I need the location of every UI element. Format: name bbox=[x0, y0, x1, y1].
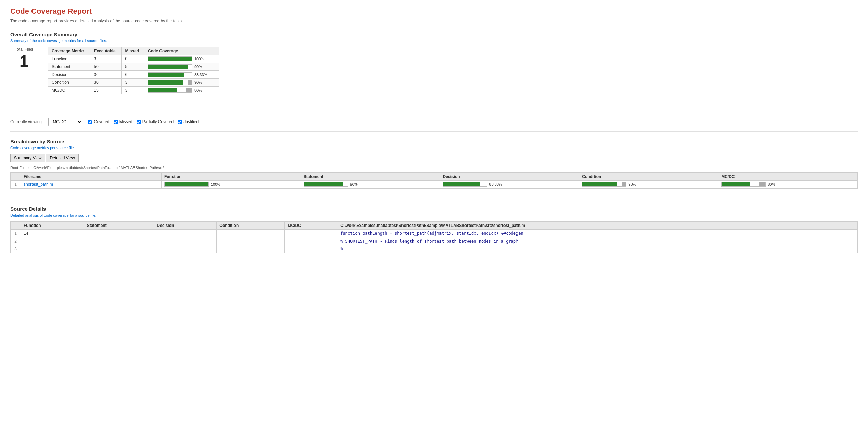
table-row: Condition 30 3 90% bbox=[48, 79, 219, 87]
table-row: MC/DC 15 3 80% bbox=[48, 87, 219, 94]
filter-row: Currently viewing: MC/DC Function Statem… bbox=[10, 112, 858, 132]
col-header-coverage: Code Coverage bbox=[144, 47, 219, 55]
source-code-cell: function pathLength = shortest_path(adjM… bbox=[337, 230, 858, 237]
executable-cell: 50 bbox=[90, 63, 122, 71]
table-row: Decision 36 6 83.33% bbox=[48, 71, 219, 79]
files-col-filename: Filename bbox=[21, 173, 162, 181]
missed-cell: 0 bbox=[122, 55, 144, 63]
total-files-label: Total Files bbox=[10, 47, 38, 52]
filter-label: Currently viewing: bbox=[10, 119, 43, 124]
divider-1 bbox=[10, 105, 858, 105]
covered-checkbox-label[interactable]: Covered bbox=[88, 119, 109, 124]
source-details-section: Source Details Detailed analysis of code… bbox=[10, 206, 858, 253]
source-row-num: 2 bbox=[11, 237, 21, 245]
missed-label: Missed bbox=[119, 119, 132, 124]
files-col-decision: Decision bbox=[440, 173, 579, 181]
source-statement-cell bbox=[84, 237, 154, 245]
source-col-condition: Condition bbox=[217, 222, 285, 230]
source-condition-cell bbox=[217, 237, 285, 245]
source-function-cell bbox=[21, 245, 84, 253]
overall-section-subtitle: Summary of the code coverage metrics for… bbox=[10, 39, 858, 43]
executable-cell: 30 bbox=[90, 79, 122, 87]
metric-cell: Condition bbox=[48, 79, 90, 87]
source-condition-cell bbox=[217, 230, 285, 237]
partially-covered-checkbox-label[interactable]: Partially Covered bbox=[137, 119, 174, 124]
viewing-dropdown[interactable]: MC/DC Function Statement Decision Condit… bbox=[48, 118, 82, 126]
missed-cell: 6 bbox=[122, 71, 144, 79]
source-code-cell: % SHORTEST_PATH - Finds length of shorte… bbox=[337, 237, 858, 245]
mcdc-cell: 80% bbox=[718, 181, 858, 189]
justified-checkbox-label[interactable]: Justified bbox=[178, 119, 199, 124]
table-row: Statement 50 5 90% bbox=[48, 63, 219, 71]
source-code-cell: % bbox=[337, 245, 858, 253]
total-files-box: Total Files 1 bbox=[10, 47, 38, 69]
overall-section-title: Overall Coverage Summary bbox=[10, 31, 858, 37]
files-col-function: Function bbox=[161, 173, 301, 181]
source-col-decision: Decision bbox=[154, 222, 217, 230]
detailed-view-button[interactable]: Detailed View bbox=[46, 154, 78, 162]
source-details-subtitle: Detailed analysis of code coverage for a… bbox=[10, 213, 858, 217]
covered-label: Covered bbox=[94, 119, 109, 124]
source-col-num bbox=[11, 222, 21, 230]
breakdown-section: Breakdown by Source Code coverage metric… bbox=[10, 139, 858, 189]
divider-2 bbox=[10, 199, 858, 199]
source-function-cell bbox=[21, 237, 84, 245]
source-col-filepath: C:\work\Examples\matlabtest\ShortestPath… bbox=[337, 222, 858, 230]
source-details-title: Source Details bbox=[10, 206, 858, 212]
summary-view-button[interactable]: Summary View bbox=[10, 154, 45, 162]
missed-cell: 3 bbox=[122, 87, 144, 94]
source-col-statement: Statement bbox=[84, 222, 154, 230]
metric-cell: Function bbox=[48, 55, 90, 63]
source-statement-cell bbox=[84, 230, 154, 237]
source-decision-cell bbox=[154, 245, 217, 253]
missed-checkbox-label[interactable]: Missed bbox=[114, 119, 132, 124]
files-col-mcdc: MC/DC bbox=[718, 173, 858, 181]
covered-checkbox[interactable] bbox=[88, 120, 92, 124]
files-col-statement: Statement bbox=[301, 173, 440, 181]
metric-cell: Statement bbox=[48, 63, 90, 71]
col-header-executable: Executable bbox=[90, 47, 122, 55]
filter-checkboxes: Covered Missed Partially Covered Justifi… bbox=[88, 119, 199, 124]
view-buttons-group: Summary View Detailed View bbox=[10, 154, 858, 162]
executable-cell: 3 bbox=[90, 55, 122, 63]
breakdown-section-title: Breakdown by Source bbox=[10, 139, 858, 144]
source-mcdc-cell bbox=[285, 230, 337, 237]
overall-coverage-table: Coverage Metric Executable Missed Code C… bbox=[48, 47, 219, 94]
table-row: 3 % bbox=[11, 245, 858, 253]
coverage-cell: 80% bbox=[144, 87, 219, 94]
source-col-function: Function bbox=[21, 222, 84, 230]
source-col-mcdc: MC/DC bbox=[285, 222, 337, 230]
partially-covered-label: Partially Covered bbox=[142, 119, 174, 124]
overall-content: Total Files 1 Coverage Metric Executable… bbox=[10, 47, 858, 94]
source-statement-cell bbox=[84, 245, 154, 253]
filename-cell[interactable]: shortest_path.m bbox=[21, 181, 162, 189]
source-decision-cell bbox=[154, 237, 217, 245]
root-folder-path: Root Folder - C:\work\Examples\matlabtes… bbox=[10, 166, 858, 170]
metric-cell: Decision bbox=[48, 71, 90, 79]
files-col-condition: Condition bbox=[579, 173, 718, 181]
coverage-cell: 90% bbox=[144, 79, 219, 87]
coverage-cell: 83.33% bbox=[144, 71, 219, 79]
condition-cell: 90% bbox=[579, 181, 718, 189]
justified-label: Justified bbox=[183, 119, 199, 124]
col-header-missed: Missed bbox=[122, 47, 144, 55]
decision-cell: 83.33% bbox=[440, 181, 579, 189]
partially-covered-checkbox[interactable] bbox=[137, 120, 141, 124]
justified-checkbox[interactable] bbox=[178, 120, 182, 124]
coverage-cell: 90% bbox=[144, 63, 219, 71]
statement-cell: 90% bbox=[301, 181, 440, 189]
table-row: 2 % SHORTEST_PATH - Finds length of shor… bbox=[11, 237, 858, 245]
source-condition-cell bbox=[217, 245, 285, 253]
source-row-num: 1 bbox=[11, 230, 21, 237]
source-function-cell: 14 bbox=[21, 230, 84, 237]
page-subtitle: The code coverage report provides a deta… bbox=[10, 18, 858, 23]
page-title: Code Coverage Report bbox=[10, 7, 858, 16]
files-col-num bbox=[11, 173, 21, 181]
missed-checkbox[interactable] bbox=[114, 120, 118, 124]
table-row: Function 3 0 100% bbox=[48, 55, 219, 63]
metric-cell: MC/DC bbox=[48, 87, 90, 94]
source-mcdc-cell bbox=[285, 237, 337, 245]
executable-cell: 15 bbox=[90, 87, 122, 94]
missed-cell: 5 bbox=[122, 63, 144, 71]
source-table: Function Statement Decision Condition MC… bbox=[10, 221, 858, 253]
